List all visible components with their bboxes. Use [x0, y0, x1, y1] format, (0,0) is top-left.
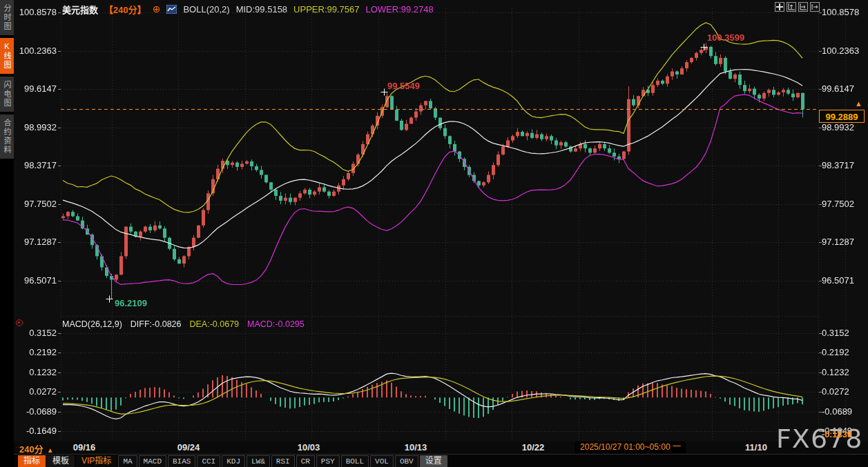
toolbar-button[interactable]: MA [118, 455, 137, 467]
toolbar-button[interactable]: BIAS [168, 455, 195, 467]
add-indicator-icon[interactable]: ⊕ [153, 5, 161, 14]
symbol-title: 美元指数 [62, 3, 98, 16]
macd-axis-label: 0.2192 [14, 347, 57, 357]
timeframe-dropdown-arrow-icon: ▲ [47, 446, 54, 454]
sidebar-tab-kline-chart[interactable]: K线图 [0, 38, 14, 74]
macd-axis-label: 0.0272 [822, 386, 865, 397]
price-axis-label: 100.8578 [14, 7, 57, 17]
macd-header: MACD(26,12,9) DIFF:-0.0826 DEA:-0.0679 M… [62, 319, 305, 329]
timeframe-tag[interactable]: 240分▲ [19, 442, 54, 455]
price-axis-label: 97.1287 [14, 237, 57, 247]
pan-crosshair-icon[interactable] [775, 2, 784, 12]
sidebar-tab-contract-info[interactable]: 合约资料 [0, 115, 14, 159]
macd-axis-label: 0.1232 [822, 367, 865, 377]
current-price-label: 99.2889 [819, 110, 865, 123]
price-axis-label: 97.1287 [822, 237, 865, 247]
zoom-horizontal-icon[interactable] [798, 2, 808, 12]
toolbar-button[interactable]: VOL [370, 455, 394, 467]
date-axis-label: 09/16 [64, 442, 105, 453]
toolbar-button[interactable]: VIP指标 [76, 455, 117, 467]
indicator-toolbar: 指标模板VIP指标MAMACDBIASCCIKDJLW&RSICRPSYBOLL… [18, 455, 447, 467]
date-axis-label: 10/03 [288, 442, 329, 453]
timeframe-label: 【240分】 [104, 3, 146, 16]
toolbar-button[interactable]: LW& [247, 455, 270, 467]
macd-axis-label: 0.3152 [14, 328, 57, 338]
macd-axis-label: -0.0689 [822, 406, 865, 417]
sidebar: 分时图K线图闪电图合约资料 [0, 0, 14, 467]
price-axis-label: 96.5071 [14, 275, 57, 286]
toolbar-button[interactable]: 模板 [47, 455, 75, 467]
macd-axis-label: 0.3152 [822, 328, 865, 338]
macd-diff-value: DIFF:-0.0826 [131, 319, 182, 329]
swing-low-annotation: 96.2109 [115, 298, 147, 308]
date-axis-label: 11/10 [735, 442, 777, 453]
price-axis-label: 99.6147 [14, 83, 57, 94]
timeframe-tag-label: 240分 [19, 444, 44, 455]
date-axis-label: 10/13 [395, 442, 436, 453]
macd-axis-label: 0.1232 [14, 367, 57, 377]
sidebar-tab-time-share-chart[interactable]: 分时图 [0, 0, 14, 35]
toolbar-button[interactable]: MACD [139, 455, 166, 467]
price-axis-label: 99.6147 [822, 83, 865, 94]
chart-type-icon[interactable] [166, 5, 177, 14]
zoom-vertical-icon[interactable] [787, 2, 796, 12]
chart-window-controls [775, 2, 820, 12]
trading-app-window: 分时图K线图闪电图合约资料 美元指数 【240分】 ⊕ BOLL(20,2) M… [0, 0, 868, 467]
chart-header: 美元指数 【240分】 ⊕ BOLL(20,2) MID:99.5158 UPP… [62, 3, 434, 16]
toolbar-button[interactable]: BOLL [341, 455, 369, 467]
date-axis-label: 09/24 [168, 442, 209, 453]
price-axis-label: 98.3717 [14, 160, 57, 170]
price-axis-label: 100.2363 [822, 46, 865, 56]
boll-lower-value: LOWER:99.2748 [366, 4, 434, 14]
price-axis-label: 97.7502 [14, 199, 57, 209]
macd-label: MACD(26,12,9) [62, 319, 122, 329]
macd-axis-label: -0.0689 [14, 406, 57, 417]
toolbar-button[interactable]: 设置 [420, 455, 447, 467]
swing-high-annotation: 99.5549 [387, 81, 420, 91]
toolbar-button[interactable]: OBV [395, 455, 418, 467]
date-axis-label: 10/22 [512, 442, 554, 453]
toolbar-button[interactable]: KDJ [222, 455, 245, 467]
toolbar-button[interactable]: PSY [316, 455, 340, 467]
macd-axis-label: 0.0272 [14, 386, 57, 397]
price-axis-label: 96.5071 [822, 275, 865, 286]
toolbar-button[interactable]: CR [296, 455, 315, 467]
boll-upper-value: UPPER:99.7567 [293, 4, 359, 14]
price-axis-label: 100.2363 [14, 46, 57, 56]
macd-pane-marker-icon[interactable] [16, 319, 23, 326]
boll-mid-value: MID:99.5158 [236, 4, 287, 14]
macd-current-extreme-label: -0.1839 [822, 429, 852, 439]
hovered-candle-datetime: 2025/10/27 01:00~05:00 一 [575, 441, 686, 453]
price-axis-label: 100.8578 [822, 7, 865, 17]
toolbar-button[interactable]: 指标 [18, 455, 46, 467]
toolbar-button[interactable]: CCI [197, 455, 220, 467]
toolbar-button[interactable]: RSI [271, 455, 295, 467]
price-axis-label: 98.9932 [14, 122, 57, 132]
macd-dea-value: DEA:-0.0679 [189, 319, 239, 329]
macd-axis-label: -0.1649 [14, 426, 57, 436]
exit-fullscreen-icon[interactable] [810, 2, 820, 12]
chart-canvas[interactable] [0, 0, 868, 467]
macd-axis-label: 0.2192 [822, 347, 865, 357]
peak-high-annotation: 100.3599 [707, 32, 744, 43]
macd-hist-value: MACD:-0.0295 [247, 319, 305, 329]
boll-label: BOLL(20,2) [183, 4, 229, 14]
price-up-arrow-icon: ▲ [855, 99, 862, 108]
price-axis-label: 98.3717 [822, 160, 865, 170]
sidebar-tab-flash-chart[interactable]: 闪电图 [0, 77, 14, 112]
price-axis-label: 97.7502 [822, 199, 865, 209]
